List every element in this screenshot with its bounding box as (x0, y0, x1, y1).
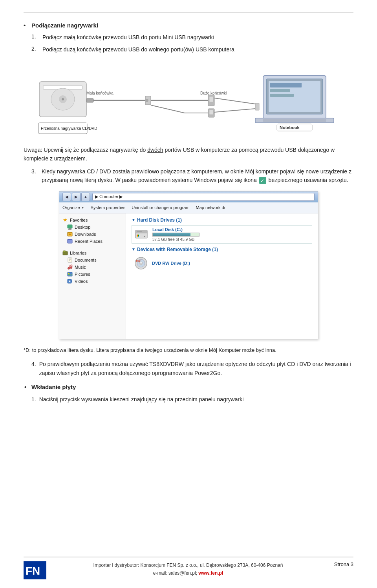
svg-rect-26 (270, 89, 290, 92)
footer-email-label: e-mail: sales@fen.pl; (153, 570, 197, 576)
step-4-text: Po prawidłowym podłączeniu można używać … (39, 360, 353, 377)
dvd-drive-item[interactable]: DVD DVD RW Drive (D:) (132, 255, 312, 272)
usb-diagram-svg: Przenośna nagrywarka CD/DVD Przenośna na… (35, 60, 342, 138)
step-3-block: 3. Kiedy nagrywarka CD / DVD została pra… (24, 167, 353, 185)
disk-size-text: 37.1 GB free of 45.9 GB (152, 237, 309, 242)
libraries-icon (62, 250, 68, 256)
warning-text: Uwaga: Upewnij się że podłączasz nagrywa… (24, 146, 353, 163)
sidebar-item-desktop[interactable]: Desktop (59, 224, 126, 231)
dvd-drive-info: DVD RW Drive (D:) (152, 261, 190, 266)
favorites-label: Favorites (70, 218, 88, 222)
svg-point-4 (62, 98, 64, 100)
svg-rect-37 (69, 228, 71, 229)
favorites-icon: ★ (62, 217, 68, 223)
sidebar-item-recent-places[interactable]: Recent Places (59, 238, 126, 245)
recent-places-label: Recent Places (75, 239, 102, 244)
map-network-button[interactable]: Map network dr (196, 205, 226, 210)
local-disk-item[interactable]: Local Disk (C:) 37.1 GB free of 45.9 GB (132, 225, 312, 244)
step-1-number: 1. (31, 33, 39, 42)
organize-button[interactable]: Organize ▼ (62, 205, 84, 210)
svg-rect-47 (68, 258, 72, 262)
step-3-text-container: 3. Kiedy nagrywarka CD / DVD została pra… (31, 167, 353, 185)
explorer-body: ★ Favorites Desktop (59, 213, 318, 339)
documents-label: Documents (75, 258, 97, 262)
step-3-number: 3. (31, 167, 38, 185)
local-disk-name: Local Disk (C:) (152, 227, 309, 232)
uninstall-button[interactable]: Uninstall or change a program (132, 205, 189, 210)
svg-point-65 (144, 236, 145, 237)
disk-bar (152, 233, 199, 237)
svg-point-12 (145, 99, 148, 102)
svg-text:FN: FN (26, 565, 40, 577)
wkladanie-title: Wkładanie płyty (31, 384, 353, 390)
step-2: 2. Podłącz dużą końcówkę przewodu USB do… (24, 46, 353, 54)
system-properties-button[interactable]: System properties (91, 205, 126, 210)
music-icon (67, 264, 73, 270)
step-1-last-container: 1. Naciśnij przycisk wysuwania kieszeni … (31, 395, 353, 404)
footnote-text: *D: to przykładowa litera dysku. Litera … (24, 347, 276, 353)
videos-icon (67, 279, 73, 284)
footer-website: www.fen.pl (198, 570, 223, 576)
svg-rect-29 (263, 119, 326, 122)
footer-contact: e-mail: sales@fen.pl; www.fen.pl (46, 569, 330, 577)
organize-label: Organize (62, 205, 80, 210)
top-divider (24, 12, 353, 13)
uninstall-label: Uninstall or change a program (132, 205, 189, 210)
svg-rect-36 (68, 225, 72, 228)
fn-logo: FN (24, 561, 46, 579)
local-disk-info: Local Disk (C:) 37.1 GB free of 45.9 GB (152, 227, 309, 242)
sidebar-item-music[interactable]: Music (59, 264, 126, 271)
desktop-icon (67, 224, 73, 230)
svg-point-75 (141, 262, 142, 264)
sidebar-item-downloads[interactable]: Downloads (59, 231, 126, 238)
svg-text:Mała końcówka: Mała końcówka (86, 91, 113, 95)
step-2-number: 2. (31, 46, 39, 54)
svg-text:DVD: DVD (136, 260, 141, 262)
step-4-text-container: 4. Po prawidłowym podłączeniu można używ… (31, 360, 353, 377)
hard-disk-arrow: ▼ (132, 218, 135, 222)
back-button[interactable]: ◀ (62, 193, 71, 201)
address-bar[interactable]: ▶ Computer ▶ (92, 193, 315, 201)
svg-text:Notebook: Notebook (280, 125, 300, 130)
explorer-toolbar: Organize ▼ System properties Uninstall o… (59, 202, 318, 213)
explorer-sidebar: ★ Favorites Desktop (59, 213, 126, 339)
footer-text: Importer i dystrybutor: Konsorcjum FEN S… (46, 561, 330, 577)
dvd-drive-name: DVD RW Drive (D:) (152, 261, 190, 266)
svg-rect-16 (209, 96, 213, 102)
footnote: *D: to przykładowa litera dysku. Litera … (24, 346, 353, 355)
sidebar-item-favorites[interactable]: ★ Favorites (59, 217, 126, 224)
hard-disk-header: ▼ Hard Disk Drives (1) (132, 217, 312, 223)
sidebar-item-videos[interactable]: Videos (59, 278, 126, 285)
svg-rect-33 (255, 103, 259, 110)
bullet-wkladanie: Wkładanie płyty (24, 384, 353, 390)
svg-rect-27 (270, 94, 294, 97)
up-button[interactable]: ▲ (81, 193, 90, 201)
svg-rect-57 (68, 272, 72, 276)
svg-rect-69 (138, 235, 139, 236)
music-label: Music (75, 265, 86, 269)
map-network-label: Map network dr (196, 205, 226, 210)
svg-rect-9 (86, 98, 93, 102)
hard-disk-label: Hard Disk Drives (1) (137, 217, 182, 223)
step-3-text-part2: bezpiecznego usuwania sprzętu. (267, 177, 348, 183)
svg-rect-25 (270, 83, 302, 87)
sidebar-item-pictures[interactable]: Pictures (59, 271, 126, 278)
dvd-icon: DVD (134, 256, 148, 270)
forward-button[interactable]: ▶ (72, 193, 81, 201)
removable-label: Devices with Removable Storage (1) (137, 247, 218, 252)
svg-marker-61 (71, 280, 72, 282)
pictures-icon (67, 271, 73, 277)
disk-bar-fill (153, 233, 190, 236)
videos-label: Videos (75, 279, 88, 284)
svg-rect-68 (137, 235, 138, 236)
page-footer-area: FN Importer i dystrybutor: Konsorcjum FE… (0, 557, 377, 588)
svg-line-18 (151, 105, 185, 113)
explorer-main: ▼ Hard Disk Drives (1) (126, 213, 318, 339)
sidebar-item-libraries[interactable]: Libraries (59, 249, 126, 257)
system-properties-label: System properties (91, 205, 126, 210)
step-1-last-block: 1. Naciśnij przycisk wysuwania kieszeni … (24, 395, 353, 404)
step-4-block: 4. Po prawidłowym podłączeniu można używ… (24, 360, 353, 377)
bullet-section-title: Podłączanie nagrywarki (24, 22, 353, 29)
sidebar-item-documents[interactable]: Documents (59, 257, 126, 264)
svg-rect-42 (69, 234, 71, 235)
